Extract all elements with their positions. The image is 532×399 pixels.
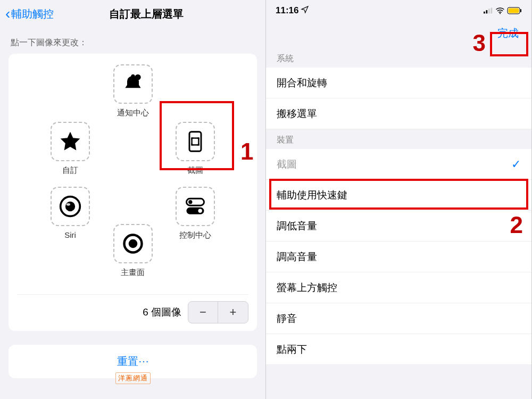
status-time: 11:16	[276, 5, 298, 16]
screenshot-icon	[176, 122, 215, 161]
slot-home[interactable]: 主畫面	[101, 224, 165, 278]
minus-button[interactable]: −	[188, 302, 218, 323]
svg-point-0	[135, 74, 140, 80]
list-item[interactable]: 螢幕上方觸控	[266, 272, 531, 303]
left-panel: ‹ 輔助觸控 自訂最上層選單 點一下圖像來更改： 通知中心 自訂	[0, 0, 266, 399]
list-item[interactable]: 靜音	[266, 303, 531, 334]
slot-label: 自訂	[38, 165, 102, 176]
instruction-text: 點一下圖像來更改：	[0, 28, 265, 54]
bell-icon	[113, 64, 153, 104]
list-item-selected[interactable]: 截圖 ✓	[266, 149, 531, 180]
cellular-icon	[484, 7, 493, 14]
list-item[interactable]: 開合和旋轉	[266, 68, 531, 98]
svg-point-16	[500, 13, 501, 14]
right-panel: 11:16 完成 系統 開合和旋轉 搬移選單 裝置 截圖 ✓ 輔助使用快速鍵 調…	[266, 0, 532, 399]
nav-bar: ‹ 輔助觸控 自訂最上層選單	[0, 0, 265, 28]
list-item[interactable]: 調高音量	[266, 242, 531, 272]
star-icon	[51, 122, 90, 161]
svg-rect-19	[520, 9, 521, 12]
icon-count-row: 6 個圖像 − +	[17, 294, 248, 323]
svg-rect-18	[509, 9, 519, 13]
page-title: 自訂最上層選單	[32, 7, 260, 21]
slot-control-center[interactable]: 控制中心	[163, 187, 227, 240]
icon-count-label: 6 個圖像	[143, 305, 181, 319]
list-system: 開合和旋轉 搬移選單	[266, 68, 531, 129]
siri-icon	[51, 187, 90, 226]
plus-button[interactable]: +	[218, 302, 248, 323]
slot-siri[interactable]: Siri	[38, 187, 102, 239]
wifi-icon	[495, 7, 505, 14]
svg-rect-15	[491, 8, 493, 14]
list-item[interactable]: 搬移選單	[266, 98, 531, 129]
icon-grid-card: 通知中心 自訂 截圖 Siri	[9, 54, 257, 331]
location-arrow-icon	[301, 5, 309, 16]
slot-notification-center[interactable]: 通知中心	[101, 64, 165, 118]
list-device: 截圖 ✓ 輔助使用快速鍵 調低音量 調高音量 螢幕上方觸控 靜音 點兩下	[266, 149, 531, 365]
svg-rect-13	[486, 10, 488, 13]
list-item[interactable]: 點兩下	[266, 334, 531, 365]
svg-point-5	[66, 203, 70, 206]
slot-label: 截圖	[163, 165, 227, 176]
list-item[interactable]: 輔助使用快速鍵	[266, 180, 531, 211]
battery-icon	[507, 7, 522, 14]
status-bar: 11:16	[266, 0, 531, 18]
watermark: 洋蔥網通	[115, 372, 151, 384]
section-header-system: 系統	[266, 48, 531, 68]
svg-rect-12	[484, 12, 485, 14]
svg-point-7	[188, 200, 192, 204]
svg-point-9	[198, 209, 202, 213]
slot-label: 通知中心	[101, 108, 165, 118]
slot-label: 控制中心	[163, 230, 227, 240]
slot-screenshot[interactable]: 截圖	[163, 122, 227, 176]
slot-custom[interactable]: 自訂	[38, 122, 102, 176]
done-button[interactable]: 完成	[493, 24, 523, 43]
svg-rect-2	[192, 138, 199, 145]
svg-point-11	[128, 239, 137, 248]
reset-label: 重置⋯	[117, 355, 149, 367]
svg-rect-1	[189, 132, 201, 152]
radial-layout: 通知中心 自訂 截圖 Siri	[17, 64, 248, 288]
icon-count-stepper[interactable]: − +	[188, 301, 248, 323]
checkmark-icon: ✓	[511, 157, 521, 171]
list-item[interactable]: 調低音量	[266, 211, 531, 242]
svg-point-4	[65, 202, 75, 211]
chevron-left-icon: ‹	[5, 6, 10, 21]
done-row: 完成	[266, 18, 531, 48]
home-circle-icon	[113, 224, 153, 263]
slot-label: 主畫面	[101, 268, 165, 278]
toggles-icon	[176, 187, 215, 226]
slot-label: Siri	[38, 230, 102, 239]
section-header-device: 裝置	[266, 129, 531, 149]
svg-rect-14	[488, 9, 490, 13]
